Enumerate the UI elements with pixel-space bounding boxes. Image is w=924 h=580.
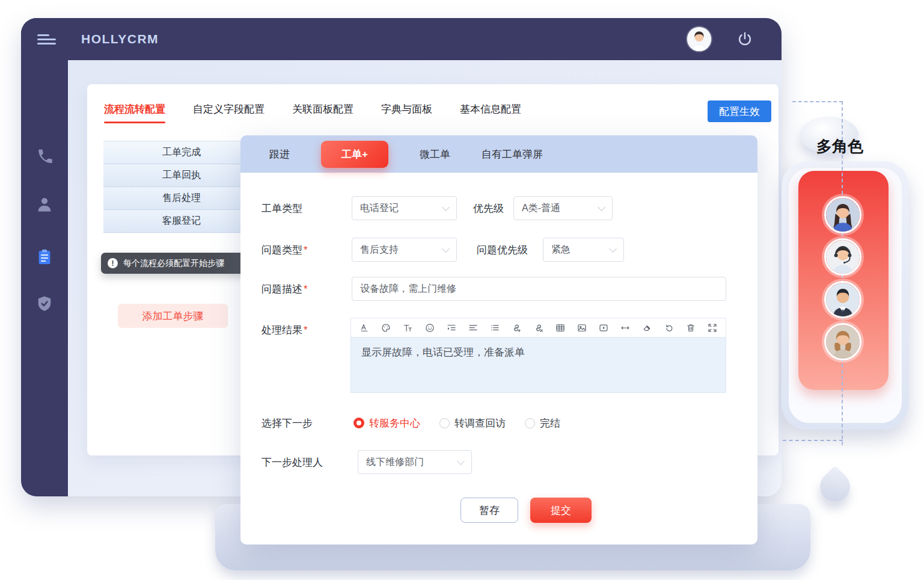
list-icon[interactable] [489, 322, 500, 333]
ticket-modal: 跟进 工单+ 微工单 自有工单弹屏 工单类型 电话登记 优先级 A类-普通 问题… [240, 135, 757, 545]
chevron-down-icon [598, 203, 605, 211]
next-handler-select[interactable]: 线下维修部门 [358, 450, 472, 474]
form-row-result: 处理结果* [262, 318, 352, 342]
radio-icon[interactable] [439, 418, 450, 428]
radio-finish[interactable]: 完结 [525, 416, 560, 430]
issue-type-value: 售后支持 [360, 244, 399, 256]
radio-transfer-survey[interactable]: 转调查回访 [439, 416, 506, 430]
chevron-down-icon [442, 245, 450, 253]
rich-text-editor: 显示屏故障，电话已受理，准备派单 [350, 318, 726, 393]
issue-type-select[interactable]: 售后支持 [352, 238, 457, 262]
trash-icon[interactable] [685, 322, 696, 333]
submit-button[interactable]: 提交 [530, 498, 592, 523]
fullscreen-icon[interactable] [707, 322, 718, 333]
role-avatar-2 [824, 238, 861, 276]
radio-checked-icon[interactable] [353, 418, 364, 428]
sidebar [21, 18, 68, 496]
link-add-icon[interactable] [511, 322, 522, 333]
workflow-step-item[interactable]: 工单回执 [103, 164, 260, 187]
menu-toggle-icon[interactable] [37, 34, 57, 45]
next-handler-value: 线下维修部门 [366, 456, 424, 469]
save-draft-button[interactable]: 暂存 [460, 498, 518, 523]
indent-icon[interactable] [446, 322, 457, 333]
font-size-icon[interactable] [402, 322, 413, 333]
issue-type-label: 问题类型* [262, 243, 352, 257]
undo-icon[interactable] [664, 322, 675, 333]
image-icon[interactable] [577, 322, 587, 333]
role-avatar-1 [824, 196, 861, 233]
ticket-type-select[interactable]: 电话登记 [352, 196, 457, 220]
app-header: HOLLYCRM [21, 18, 782, 60]
tab-micro-ticket[interactable]: 微工单 [420, 147, 450, 161]
form-row-ticket-type: 工单类型 电话登记 优先级 A类-普通 [262, 196, 613, 220]
form-row-issue-type: 问题类型* 售后支持 问题优先级 紧急 [262, 238, 624, 262]
priority-value: A类-普通 [522, 202, 560, 215]
form-row-next-step: 选择下一步 转服务中心 转调查回访 完结 [262, 411, 560, 435]
horizontal-rule-icon[interactable] [620, 322, 631, 333]
tab-custom-fields[interactable]: 自定义字段配置 [193, 102, 265, 123]
form-row-next-handler: 下一步处理人 线下维修部门 [262, 450, 472, 474]
role-avatar-4 [824, 323, 861, 360]
tab-follow-up[interactable]: 跟进 [269, 147, 290, 161]
chevron-down-icon [609, 245, 617, 253]
link-remove-icon[interactable] [533, 322, 544, 333]
chevron-down-icon [442, 203, 450, 211]
workflow-step-list: 工单完成 工单回执 售后处理 客服登记 [103, 141, 260, 233]
tab-basic-info[interactable]: 基本信息配置 [460, 102, 521, 123]
add-step-button[interactable]: 添加工单步骤 [118, 304, 228, 328]
tab-own-ticket-popup[interactable]: 自有工单弹屏 [482, 147, 543, 161]
drop-decoration [814, 466, 857, 508]
issue-priority-value: 紧急 [551, 244, 571, 256]
power-icon[interactable] [736, 31, 753, 48]
workflow-step-item[interactable]: 客服登记 [103, 210, 260, 233]
tab-process-flow[interactable]: 流程流转配置 [104, 102, 165, 123]
brand-logo: HOLLYCRM [81, 18, 159, 60]
tooltip-text: 每个流程必须配置开始步骤 [123, 258, 224, 269]
tab-dictionary-panel[interactable]: 字典与面板 [381, 102, 432, 123]
ticket-type-label: 工单类型 [262, 202, 352, 215]
annotation-dash-line [792, 101, 843, 102]
editor-toolbar [350, 318, 726, 338]
workflow-tooltip: ! 每个流程必须配置开始步骤 [101, 253, 254, 274]
exclamation-icon: ! [108, 258, 118, 268]
tab-linked-panel[interactable]: 关联面板配置 [292, 102, 353, 123]
worklist-icon[interactable] [35, 248, 54, 266]
align-icon[interactable] [468, 322, 479, 333]
table-icon[interactable] [555, 322, 566, 333]
eraser-icon[interactable] [641, 322, 652, 333]
workflow-step-item[interactable]: 工单完成 [103, 141, 260, 164]
config-tabs: 流程流转配置 自定义字段配置 关联面板配置 字典与面板 基本信息配置 [104, 102, 521, 123]
user-avatar[interactable] [687, 27, 711, 51]
issue-priority-label: 问题优先级 [477, 243, 528, 257]
priority-label: 优先级 [473, 202, 504, 215]
radio-transfer-service-center[interactable]: 转服务中心 [353, 416, 420, 430]
issue-desc-label: 问题描述* [262, 282, 352, 296]
video-icon[interactable] [598, 322, 609, 333]
result-editor-content[interactable]: 显示屏故障，电话已受理，准备派单 [350, 338, 726, 393]
ticket-type-value: 电话登记 [360, 202, 399, 215]
issue-priority-select[interactable]: 紧急 [543, 238, 624, 262]
ticket-modal-tabs: 跟进 工单+ 微工单 自有工单弹屏 [240, 135, 757, 173]
next-handler-label: 下一步处理人 [262, 455, 352, 469]
palette-icon[interactable] [381, 322, 391, 333]
priority-select[interactable]: A类-普通 [513, 196, 613, 220]
next-step-label: 选择下一步 [262, 416, 352, 430]
role-avatar-3 [824, 281, 861, 318]
chevron-down-icon [457, 457, 465, 465]
apply-config-button[interactable]: 配置生效 [708, 100, 771, 122]
tab-ticket-plus[interactable]: 工单+ [321, 141, 388, 168]
phone-icon[interactable] [35, 147, 54, 165]
user-icon[interactable] [35, 196, 54, 214]
result-label: 处理结果* [262, 323, 352, 337]
form-row-issue-desc: 问题描述* 设备故障，需上门维修 [262, 277, 726, 301]
multi-role-label: 多角色 [816, 136, 863, 157]
shield-check-icon[interactable] [35, 295, 54, 313]
workflow-step-item[interactable]: 售后处理 [103, 187, 260, 210]
annotation-dash-line [783, 440, 843, 441]
emoji-icon[interactable] [424, 322, 435, 333]
issue-desc-input[interactable]: 设备故障，需上门维修 [352, 277, 726, 301]
radio-icon[interactable] [525, 418, 535, 428]
font-style-icon[interactable] [359, 322, 370, 333]
